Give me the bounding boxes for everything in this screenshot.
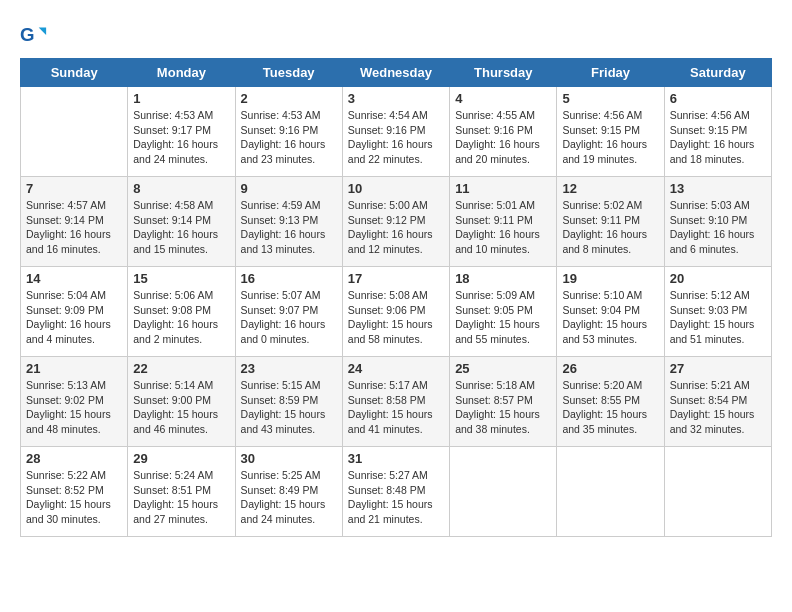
day-info: Sunrise: 5:02 AMSunset: 9:11 PMDaylight:… bbox=[562, 198, 658, 257]
calendar-cell: 11Sunrise: 5:01 AMSunset: 9:11 PMDayligh… bbox=[450, 177, 557, 267]
day-info: Sunrise: 5:12 AMSunset: 9:03 PMDaylight:… bbox=[670, 288, 766, 347]
calendar-cell: 9Sunrise: 4:59 AMSunset: 9:13 PMDaylight… bbox=[235, 177, 342, 267]
weekday-header: Thursday bbox=[450, 59, 557, 87]
calendar-cell: 3Sunrise: 4:54 AMSunset: 9:16 PMDaylight… bbox=[342, 87, 449, 177]
day-number: 6 bbox=[670, 91, 766, 106]
calendar-cell: 7Sunrise: 4:57 AMSunset: 9:14 PMDaylight… bbox=[21, 177, 128, 267]
day-number: 26 bbox=[562, 361, 658, 376]
day-number: 9 bbox=[241, 181, 337, 196]
day-number: 16 bbox=[241, 271, 337, 286]
calendar-cell: 29Sunrise: 5:24 AMSunset: 8:51 PMDayligh… bbox=[128, 447, 235, 537]
weekday-header: Wednesday bbox=[342, 59, 449, 87]
weekday-header: Saturday bbox=[664, 59, 771, 87]
day-info: Sunrise: 5:08 AMSunset: 9:06 PMDaylight:… bbox=[348, 288, 444, 347]
calendar-cell: 27Sunrise: 5:21 AMSunset: 8:54 PMDayligh… bbox=[664, 357, 771, 447]
logo: G bbox=[20, 20, 50, 48]
day-info: Sunrise: 5:00 AMSunset: 9:12 PMDaylight:… bbox=[348, 198, 444, 257]
day-number: 28 bbox=[26, 451, 122, 466]
day-number: 15 bbox=[133, 271, 229, 286]
calendar-table: SundayMondayTuesdayWednesdayThursdayFrid… bbox=[20, 58, 772, 537]
weekday-header: Sunday bbox=[21, 59, 128, 87]
calendar-week-row: 28Sunrise: 5:22 AMSunset: 8:52 PMDayligh… bbox=[21, 447, 772, 537]
day-number: 7 bbox=[26, 181, 122, 196]
calendar-cell: 19Sunrise: 5:10 AMSunset: 9:04 PMDayligh… bbox=[557, 267, 664, 357]
calendar-cell: 26Sunrise: 5:20 AMSunset: 8:55 PMDayligh… bbox=[557, 357, 664, 447]
day-info: Sunrise: 4:58 AMSunset: 9:14 PMDaylight:… bbox=[133, 198, 229, 257]
day-info: Sunrise: 5:03 AMSunset: 9:10 PMDaylight:… bbox=[670, 198, 766, 257]
calendar-cell bbox=[21, 87, 128, 177]
calendar-cell: 18Sunrise: 5:09 AMSunset: 9:05 PMDayligh… bbox=[450, 267, 557, 357]
day-info: Sunrise: 4:55 AMSunset: 9:16 PMDaylight:… bbox=[455, 108, 551, 167]
day-number: 22 bbox=[133, 361, 229, 376]
day-info: Sunrise: 4:53 AMSunset: 9:17 PMDaylight:… bbox=[133, 108, 229, 167]
day-number: 5 bbox=[562, 91, 658, 106]
day-number: 23 bbox=[241, 361, 337, 376]
day-info: Sunrise: 5:01 AMSunset: 9:11 PMDaylight:… bbox=[455, 198, 551, 257]
day-info: Sunrise: 5:10 AMSunset: 9:04 PMDaylight:… bbox=[562, 288, 658, 347]
day-info: Sunrise: 5:21 AMSunset: 8:54 PMDaylight:… bbox=[670, 378, 766, 437]
day-info: Sunrise: 5:15 AMSunset: 8:59 PMDaylight:… bbox=[241, 378, 337, 437]
calendar-cell: 22Sunrise: 5:14 AMSunset: 9:00 PMDayligh… bbox=[128, 357, 235, 447]
calendar-cell: 15Sunrise: 5:06 AMSunset: 9:08 PMDayligh… bbox=[128, 267, 235, 357]
day-number: 12 bbox=[562, 181, 658, 196]
day-number: 11 bbox=[455, 181, 551, 196]
day-number: 4 bbox=[455, 91, 551, 106]
day-info: Sunrise: 5:07 AMSunset: 9:07 PMDaylight:… bbox=[241, 288, 337, 347]
day-info: Sunrise: 5:09 AMSunset: 9:05 PMDaylight:… bbox=[455, 288, 551, 347]
day-number: 17 bbox=[348, 271, 444, 286]
weekday-header-row: SundayMondayTuesdayWednesdayThursdayFrid… bbox=[21, 59, 772, 87]
day-info: Sunrise: 4:59 AMSunset: 9:13 PMDaylight:… bbox=[241, 198, 337, 257]
calendar-cell: 23Sunrise: 5:15 AMSunset: 8:59 PMDayligh… bbox=[235, 357, 342, 447]
day-number: 31 bbox=[348, 451, 444, 466]
day-number: 8 bbox=[133, 181, 229, 196]
calendar-week-row: 21Sunrise: 5:13 AMSunset: 9:02 PMDayligh… bbox=[21, 357, 772, 447]
calendar-cell: 17Sunrise: 5:08 AMSunset: 9:06 PMDayligh… bbox=[342, 267, 449, 357]
day-number: 14 bbox=[26, 271, 122, 286]
calendar-cell: 30Sunrise: 5:25 AMSunset: 8:49 PMDayligh… bbox=[235, 447, 342, 537]
day-info: Sunrise: 4:56 AMSunset: 9:15 PMDaylight:… bbox=[562, 108, 658, 167]
calendar-cell: 25Sunrise: 5:18 AMSunset: 8:57 PMDayligh… bbox=[450, 357, 557, 447]
day-number: 21 bbox=[26, 361, 122, 376]
day-number: 1 bbox=[133, 91, 229, 106]
day-number: 24 bbox=[348, 361, 444, 376]
calendar-cell: 28Sunrise: 5:22 AMSunset: 8:52 PMDayligh… bbox=[21, 447, 128, 537]
day-info: Sunrise: 5:25 AMSunset: 8:49 PMDaylight:… bbox=[241, 468, 337, 527]
day-number: 19 bbox=[562, 271, 658, 286]
calendar-cell bbox=[557, 447, 664, 537]
calendar-cell: 13Sunrise: 5:03 AMSunset: 9:10 PMDayligh… bbox=[664, 177, 771, 267]
calendar-cell bbox=[450, 447, 557, 537]
day-info: Sunrise: 5:18 AMSunset: 8:57 PMDaylight:… bbox=[455, 378, 551, 437]
calendar-cell: 2Sunrise: 4:53 AMSunset: 9:16 PMDaylight… bbox=[235, 87, 342, 177]
calendar-week-row: 1Sunrise: 4:53 AMSunset: 9:17 PMDaylight… bbox=[21, 87, 772, 177]
calendar-week-row: 7Sunrise: 4:57 AMSunset: 9:14 PMDaylight… bbox=[21, 177, 772, 267]
day-number: 2 bbox=[241, 91, 337, 106]
day-info: Sunrise: 4:53 AMSunset: 9:16 PMDaylight:… bbox=[241, 108, 337, 167]
day-number: 30 bbox=[241, 451, 337, 466]
calendar-cell: 1Sunrise: 4:53 AMSunset: 9:17 PMDaylight… bbox=[128, 87, 235, 177]
calendar-cell: 24Sunrise: 5:17 AMSunset: 8:58 PMDayligh… bbox=[342, 357, 449, 447]
calendar-cell: 5Sunrise: 4:56 AMSunset: 9:15 PMDaylight… bbox=[557, 87, 664, 177]
day-info: Sunrise: 5:06 AMSunset: 9:08 PMDaylight:… bbox=[133, 288, 229, 347]
calendar-cell: 4Sunrise: 4:55 AMSunset: 9:16 PMDaylight… bbox=[450, 87, 557, 177]
calendar-cell: 10Sunrise: 5:00 AMSunset: 9:12 PMDayligh… bbox=[342, 177, 449, 267]
day-info: Sunrise: 5:22 AMSunset: 8:52 PMDaylight:… bbox=[26, 468, 122, 527]
day-info: Sunrise: 5:17 AMSunset: 8:58 PMDaylight:… bbox=[348, 378, 444, 437]
day-number: 18 bbox=[455, 271, 551, 286]
calendar-cell: 31Sunrise: 5:27 AMSunset: 8:48 PMDayligh… bbox=[342, 447, 449, 537]
day-info: Sunrise: 5:13 AMSunset: 9:02 PMDaylight:… bbox=[26, 378, 122, 437]
weekday-header: Friday bbox=[557, 59, 664, 87]
svg-marker-1 bbox=[39, 27, 46, 34]
day-number: 3 bbox=[348, 91, 444, 106]
calendar-cell: 12Sunrise: 5:02 AMSunset: 9:11 PMDayligh… bbox=[557, 177, 664, 267]
svg-text:G: G bbox=[20, 24, 35, 45]
weekday-header: Tuesday bbox=[235, 59, 342, 87]
calendar-cell: 6Sunrise: 4:56 AMSunset: 9:15 PMDaylight… bbox=[664, 87, 771, 177]
day-number: 29 bbox=[133, 451, 229, 466]
weekday-header: Monday bbox=[128, 59, 235, 87]
page-header: G bbox=[20, 20, 772, 48]
day-info: Sunrise: 5:27 AMSunset: 8:48 PMDaylight:… bbox=[348, 468, 444, 527]
day-number: 27 bbox=[670, 361, 766, 376]
day-number: 25 bbox=[455, 361, 551, 376]
calendar-week-row: 14Sunrise: 5:04 AMSunset: 9:09 PMDayligh… bbox=[21, 267, 772, 357]
day-info: Sunrise: 5:04 AMSunset: 9:09 PMDaylight:… bbox=[26, 288, 122, 347]
